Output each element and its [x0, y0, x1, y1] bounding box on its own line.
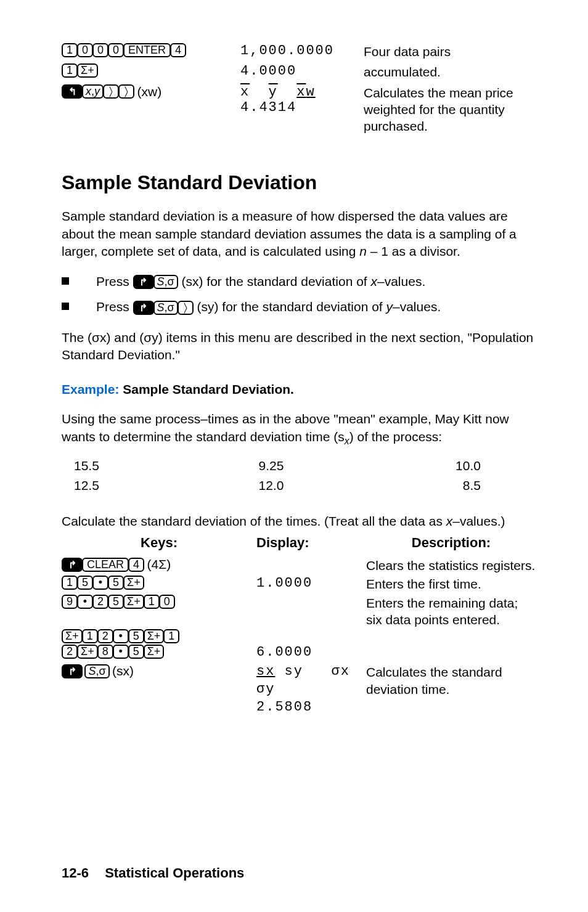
kdd-r1-keys: CLEAR4 (4Σ) [62, 557, 256, 572]
grid-r2c2: 12.0 [205, 478, 337, 493]
key-5: 5 [77, 576, 93, 590]
kdd-r5-disp1: sx sy σx [256, 664, 366, 679]
kdd-h-desc: Description: [366, 535, 536, 551]
display-row3a: x y xw [240, 84, 316, 100]
display-row3b: 4.4314 [240, 100, 296, 115]
key-1: 1 [62, 43, 78, 57]
para-example-intro: Using the same process–times as in the a… [62, 410, 536, 447]
kdd-h-keys: Keys: [62, 535, 256, 551]
key-s-sigma: S,σ [84, 664, 109, 678]
kdd-r2-keys: 15•5Σ+ [62, 576, 256, 590]
kdd-r5-disp2: σy [256, 682, 366, 697]
kdd-r2-disp: 1.0000 [256, 576, 366, 591]
desc-row2: accumulated. [364, 63, 536, 80]
top-keys-row2: 1Σ+ [62, 63, 240, 78]
kdd-r5-keys: S,σ (sx) [62, 664, 256, 678]
desc-row1: Four data pairs [364, 43, 536, 60]
key-5: 5 [108, 595, 124, 609]
grid-r1c2: 9.25 [205, 458, 337, 473]
para-treat-as-x: Calculate the standard deviation of the … [62, 513, 536, 530]
key-5: 5 [128, 645, 144, 659]
key-dot: • [77, 595, 93, 609]
key-2: 2 [92, 595, 108, 609]
key-4: 4 [170, 43, 186, 57]
key-1: 1 [163, 629, 179, 643]
kdd-r2-desc: Enters the first time. [366, 576, 536, 592]
key-sigma-plus: Σ+ [144, 629, 165, 643]
key-enter: ENTER [123, 43, 171, 57]
key-1: 1 [144, 595, 160, 609]
key-5: 5 [128, 629, 144, 643]
display-row2: 4.0000 [240, 63, 296, 79]
grid-r2c1: 12.5 [74, 478, 205, 493]
kdd-r3a-keys: 9•25Σ+10 [62, 595, 256, 609]
key-0: 0 [77, 43, 93, 57]
data-values-grid: 15.5 12.5 9.25 12.0 10.0 8.5 [62, 458, 536, 498]
page-footer: 12-6 Statistical Operations [62, 865, 244, 881]
key-sigma-plus: Σ+ [77, 645, 98, 659]
para-population-ref: The (σx) and (σy) items in this menu are… [62, 329, 536, 364]
key-8: 8 [97, 645, 113, 659]
kdd-r5-desc: Calculates the standard deviation time. [366, 664, 536, 698]
desc-row3: Calculates the mean price weighted for t… [364, 84, 536, 135]
key-sigma-plus: Σ+ [77, 63, 98, 78]
grid-r2c3: 8.5 [349, 478, 481, 493]
key-dot: • [113, 629, 129, 643]
key-1: 1 [62, 63, 78, 78]
key-2: 2 [62, 645, 78, 659]
key-dot: • [92, 576, 108, 590]
kdd-r3-desc: Enters the remaining data; six data poin… [366, 595, 536, 629]
key-shift-right [133, 301, 154, 315]
bullet-sx: Press S,σ (sx) for the standard deviatio… [62, 272, 536, 291]
key-9: 9 [62, 595, 78, 609]
key-4: 4 [128, 558, 144, 572]
key-arrow-right: 〉 [178, 301, 194, 315]
footer-page-number: 12-6 [62, 865, 89, 881]
kdd-r4-disp: 6.0000 [256, 645, 366, 660]
key-shift-right [62, 558, 83, 572]
key-0: 0 [108, 43, 124, 57]
key-shift-right [133, 275, 154, 289]
key-1: 1 [62, 576, 78, 590]
key-sigma-plus: Σ+ [62, 629, 83, 643]
display-row1: 1,000.0000 [240, 43, 334, 59]
top-keys-row1: 1000ENTER4 [62, 43, 240, 57]
key-shift-right [62, 664, 83, 678]
bullet-sy: Press S,σ〉 (sy) for the standard deviati… [62, 297, 536, 317]
key-sigma-plus: Σ+ [123, 595, 144, 609]
key-0: 0 [92, 43, 108, 57]
footer-chapter-title: Statistical Operations [105, 865, 244, 881]
example-heading: Example: Sample Standard Deviation. [62, 382, 536, 397]
key-shift-left [62, 84, 83, 99]
key-s-sigma: S,σ [153, 275, 178, 289]
kdd-r1-desc: Clears the statistics registers. [366, 557, 536, 574]
kdd-r5-disp3: 2.5808 [256, 699, 366, 715]
kdd-r4-keys: 2Σ+8•5Σ+ [62, 645, 256, 659]
key-0: 0 [159, 595, 175, 609]
para-sample-sd: Sample standard deviation is a measure o… [62, 208, 536, 260]
key-1: 1 [82, 629, 98, 643]
top-keys-row3: x,y〉〉 (xw) [62, 84, 240, 99]
key-s-sigma: S,σ [153, 301, 178, 315]
key-arrow-right: 〉 [118, 84, 134, 99]
grid-r1c1: 15.5 [74, 458, 205, 473]
key-2: 2 [97, 629, 113, 643]
key-sigma-plus: Σ+ [144, 645, 165, 659]
kdd-header: Keys: Display: Description: [62, 535, 536, 551]
key-sigma-plus: Σ+ [123, 576, 144, 590]
section-heading: Sample Standard Deviation [62, 171, 536, 194]
grid-r1c3: 10.0 [349, 458, 481, 473]
key-clear: CLEAR [82, 558, 129, 572]
key-xbar-ybar: x,y [82, 84, 104, 99]
key-arrow-right: 〉 [103, 84, 119, 99]
kdd-h-display: Display: [256, 535, 366, 551]
key-5: 5 [108, 576, 124, 590]
kdd-r3b-keys: Σ+12•5Σ+1 [62, 629, 256, 643]
key-dot: • [113, 645, 129, 659]
